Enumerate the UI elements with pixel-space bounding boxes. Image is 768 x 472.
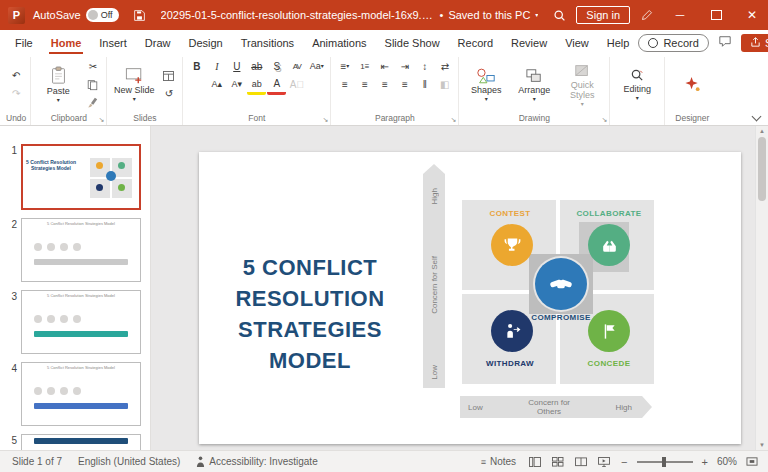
slide-layout-button[interactable] <box>159 68 178 84</box>
change-case-button[interactable]: Aa▾ <box>307 58 326 74</box>
minimize-button[interactable]: ─ <box>664 0 696 30</box>
slide-canvas[interactable]: 5 CONFLICT RESOLUTION STRATEGIES MODEL H… <box>151 126 755 450</box>
concede-node[interactable] <box>588 310 630 352</box>
chevron-down-icon[interactable]: ▾ <box>535 12 538 18</box>
scroll-down-icon[interactable]: ▼ <box>759 441 765 449</box>
tab-slide-show[interactable]: Slide Show <box>376 32 449 54</box>
x-axis-shape[interactable]: Low Concern for Others High <box>460 396 642 418</box>
decrease-indent-button[interactable]: ⇤ <box>375 58 394 74</box>
search-button[interactable] <box>546 0 572 30</box>
arrange-button[interactable]: Arrange ▾ <box>511 60 557 110</box>
slide-1[interactable]: 5 CONFLICT RESOLUTION STRATEGIES MODEL H… <box>199 152 741 444</box>
comments-button[interactable] <box>718 35 732 50</box>
collapse-ribbon-icon[interactable] <box>752 112 762 122</box>
align-right-button[interactable]: ≡ <box>375 76 394 92</box>
autosave-toggle[interactable]: Off <box>86 8 119 22</box>
tab-design[interactable]: Design <box>179 32 231 54</box>
shrink-font-button[interactable]: A▾ <box>227 76 246 92</box>
text-shadow-button[interactable]: S <box>267 58 286 74</box>
zoom-slider-thumb[interactable] <box>662 457 666 467</box>
format-painter-button[interactable] <box>83 95 102 111</box>
save-button[interactable] <box>127 0 153 30</box>
tab-view[interactable]: View <box>556 32 598 54</box>
vertical-scrollbar[interactable]: ▲ ▼ <box>755 126 768 450</box>
thumbnail-image[interactable]: 5 Conflict Resolution Strategies Model <box>21 218 141 282</box>
italic-button[interactable]: I <box>207 58 226 74</box>
tab-animations[interactable]: Animations <box>303 32 375 54</box>
copy-button[interactable] <box>83 77 102 93</box>
zoom-level[interactable]: 60% <box>717 456 737 467</box>
text-direction-button[interactable]: ⇄ <box>435 58 454 74</box>
close-button[interactable]: ✕ <box>736 0 768 30</box>
bold-button[interactable]: B <box>187 58 206 74</box>
tab-record[interactable]: Record <box>449 32 502 54</box>
underline-button[interactable]: U <box>227 58 246 74</box>
sign-in-button[interactable]: Sign in <box>576 6 630 24</box>
slide-indicator[interactable]: Slide 1 of 7 <box>4 456 70 467</box>
y-axis-shape[interactable]: High Concern for Self Low <box>423 174 445 388</box>
align-left-button[interactable]: ≡ <box>335 76 354 92</box>
contest-node[interactable] <box>491 224 533 266</box>
thumbnail-1[interactable]: 1 5 Conflict Resolution Strategies Model <box>6 144 141 210</box>
withdraw-label[interactable]: WITHDRAW <box>462 359 558 368</box>
scroll-up-icon[interactable]: ▲ <box>759 127 765 135</box>
slide-title-textbox[interactable]: 5 CONFLICT RESOLUTION STRATEGIES MODEL <box>199 252 421 376</box>
thumbnail-4[interactable]: 4 5 Conflict Resolution Strategies Model <box>6 362 141 426</box>
font-dialog-launcher[interactable]: ↘ <box>322 116 328 123</box>
compromise-node[interactable] <box>535 258 587 310</box>
tab-home[interactable]: Home <box>42 32 91 54</box>
thumbnail-image[interactable]: 5 Conflict Resolution Strategies Model <box>21 362 141 426</box>
collaborate-label[interactable]: COLLABORATE <box>560 209 658 218</box>
strikethrough-button[interactable]: ab <box>247 58 266 74</box>
quick-styles-button[interactable]: Quick Styles ▾ <box>559 60 605 110</box>
numbering-button[interactable]: 1≡ <box>355 58 374 74</box>
align-center-button[interactable]: ≡ <box>355 76 374 92</box>
clear-formatting-button[interactable]: A⃠ <box>287 76 306 92</box>
paste-button[interactable]: Paste ▾ <box>35 60 81 110</box>
line-spacing-button[interactable]: ↕ <box>415 58 434 74</box>
convert-smartart-button[interactable]: ◧ <box>435 76 454 92</box>
maximize-button[interactable] <box>700 0 732 30</box>
record-button[interactable]: Record <box>638 34 708 52</box>
slide-sorter-view-button[interactable] <box>550 454 566 470</box>
notes-button[interactable]: ≡ Notes <box>477 456 520 467</box>
zoom-slider[interactable] <box>637 461 693 463</box>
tab-review[interactable]: Review <box>502 32 556 54</box>
zoom-in-button[interactable]: + <box>700 456 710 468</box>
thumbnail-5[interactable]: 5 <box>6 434 141 450</box>
thumbnail-3[interactable]: 3 5 Conflict Resolution Strategies Model <box>6 290 141 354</box>
reading-view-button[interactable] <box>573 454 589 470</box>
pen-mode-button[interactable] <box>634 0 660 30</box>
grow-font-button[interactable]: A▴ <box>207 76 226 92</box>
thumbnail-2[interactable]: 2 5 Conflict Resolution Strategies Model <box>6 218 141 282</box>
cut-button[interactable]: ✂ <box>83 59 102 75</box>
saved-status[interactable]: Saved to this PC <box>448 9 530 21</box>
columns-button[interactable]: ‖ <box>415 76 434 92</box>
withdraw-node[interactable] <box>491 310 533 352</box>
redo-button[interactable]: ↷ <box>7 86 26 102</box>
tab-draw[interactable]: Draw <box>136 32 180 54</box>
powerpoint-app-icon[interactable]: P <box>8 7 25 24</box>
tab-help[interactable]: Help <box>598 32 639 54</box>
justify-button[interactable]: ≡ <box>395 76 414 92</box>
collaborate-node[interactable] <box>588 224 630 266</box>
bullets-button[interactable]: ≡▾ <box>335 58 354 74</box>
fit-to-window-button[interactable] <box>744 454 760 470</box>
character-spacing-button[interactable]: AV <box>287 58 306 74</box>
increase-indent-button[interactable]: ⇥ <box>395 58 414 74</box>
slideshow-button[interactable] <box>596 454 612 470</box>
tab-file[interactable]: File <box>6 32 42 54</box>
thumbnail-image[interactable]: 5 Conflict Resolution Strategies Model <box>21 144 141 210</box>
designer-button[interactable] <box>669 60 715 110</box>
normal-view-button[interactable] <box>527 454 543 470</box>
shapes-button[interactable]: Shapes ▾ <box>463 60 509 110</box>
font-color-button[interactable]: A <box>267 76 286 95</box>
thumbnail-image[interactable] <box>21 434 141 450</box>
scrollbar-thumb[interactable] <box>758 137 766 201</box>
contest-label[interactable]: CONTEST <box>462 209 558 218</box>
share-button[interactable]: Share ▾ <box>741 34 768 52</box>
editing-button[interactable]: Editing ▾ <box>614 60 660 110</box>
language-indicator[interactable]: English (United States) <box>70 456 188 467</box>
drawing-dialog-launcher[interactable]: ↘ <box>601 116 607 123</box>
tab-insert[interactable]: Insert <box>90 32 136 54</box>
